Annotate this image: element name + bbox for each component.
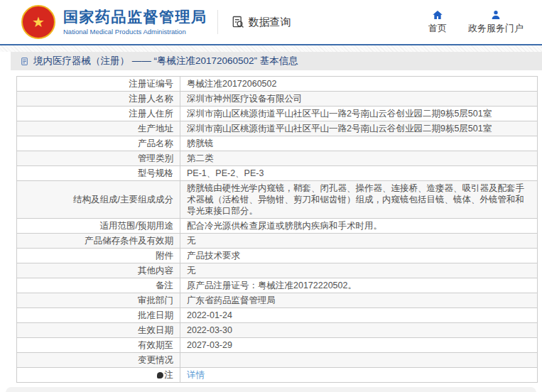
row-label: 型号规格 xyxy=(17,166,180,181)
row-value: 无 xyxy=(180,234,538,249)
table-row: 产品名称 膀胱镜 xyxy=(17,136,538,151)
row-value: 膀胱镜 xyxy=(180,136,538,151)
row-label: 注册证编号 xyxy=(17,77,180,92)
nav-item-home[interactable]: 首页 xyxy=(428,9,447,35)
note-icon xyxy=(157,372,163,379)
table-row: 生效日期 2022-03-30 xyxy=(17,323,538,338)
document-search-icon xyxy=(231,15,245,29)
table-row: 注册证编号 粤械注准20172060502 xyxy=(17,77,538,92)
info-table-body: 注册证编号 粤械注准20172060502 注册人名称 深圳市神州医疗设备有限公… xyxy=(17,77,538,383)
nav-portal-label: 政务服务门户 xyxy=(468,22,524,35)
row-label: 生产地址 xyxy=(17,121,180,136)
table-row: 审批部门 广东省药品监督管理局 xyxy=(17,293,538,308)
nav-item-portal[interactable]: 政务服务门户 xyxy=(468,9,524,35)
row-value: 2022-03-30 xyxy=(180,323,538,338)
row-value xyxy=(180,353,538,368)
table-row: 结构及组成/主要组成成分 膀胱镜由硬性光学内窥镜，鞘套、闭孔器、操作器、连接桥、… xyxy=(17,181,538,219)
row-label: 注册人住所 xyxy=(17,107,180,121)
nav-home-label: 首页 xyxy=(428,22,447,35)
header: ★ 国家药品监督管理局 National Medical Products Ad… xyxy=(0,0,542,44)
table-row: 备注 原产品注册证号：粤械注准20172220502。 xyxy=(17,278,538,293)
table-row: 有效期至 2027-03-29 xyxy=(17,338,538,353)
table-row: 批准日期 2022-01-24 xyxy=(17,308,538,323)
row-value: 膀胱镜由硬性光学内窥镜，鞘套、闭孔器、操作器、连接桥、造瘘器、吸引器及配套手术器… xyxy=(180,181,538,219)
table-row: 生产地址 深圳市南山区桃源街道平山社区平山一路2号南山云谷创业园二期9栋5层50… xyxy=(17,121,538,136)
table-row: 变更情况 xyxy=(17,353,538,368)
breadcrumb: 境内医疗器械（注册） —— “粤械注准20172060502” 基本信息 xyxy=(11,52,542,70)
table-row: 附件 产品技术要求 xyxy=(17,249,538,263)
row-label: 备注 xyxy=(17,278,180,293)
row-value: 原产品注册证号：粤械注准20172220502。 xyxy=(180,278,538,293)
national-emblem-icon: ★ xyxy=(21,5,55,39)
row-label: 其他内容 xyxy=(17,263,180,278)
row-label: 审批部门 xyxy=(17,293,180,308)
table-row: 注册人住所 深圳市南山区桃源街道平山社区平山一路2号南山云谷创业园二期9栋5层5… xyxy=(17,107,538,121)
row-label: 变更情况 xyxy=(17,353,180,368)
document-icon xyxy=(20,57,29,66)
row-label: 适用范围/预期用途 xyxy=(17,219,180,234)
row-label: 生效日期 xyxy=(17,323,180,338)
row-label: 附件 xyxy=(17,249,180,263)
row-value: 2022-01-24 xyxy=(180,308,538,323)
header-nav: 首页 政务服务门户 xyxy=(428,9,542,35)
table-row: 注 详情 xyxy=(17,368,538,383)
home-icon xyxy=(432,9,443,21)
table-row: 适用范围/预期用途 配合冷光源供检查尿道或膀胱内疾病和手术时用。 xyxy=(17,219,538,234)
user-icon xyxy=(490,9,502,21)
row-label: 管理类别 xyxy=(17,151,180,166)
row-value: 产品技术要求 xyxy=(180,249,538,263)
row-label: 有效期至 xyxy=(17,338,180,353)
row-value: 详情 xyxy=(180,368,538,383)
page-title: 境内医疗器械（注册） —— “粤械注准20172060502” 基本信息 xyxy=(33,55,298,67)
row-label: 产品储存条件及有效期 xyxy=(17,234,180,249)
detail-link[interactable]: 详情 xyxy=(187,370,205,380)
row-value: 第二类 xyxy=(180,151,538,166)
row-value: 粤械注准20172060502 xyxy=(180,77,538,92)
footer-strip xyxy=(6,387,536,392)
table-row: 注册人名称 深圳市神州医疗设备有限公司 xyxy=(17,92,538,107)
brand-title: 国家药品监督管理局 xyxy=(63,9,207,25)
table-row: 管理类别 第二类 xyxy=(17,151,538,166)
row-value: 深圳市神州医疗设备有限公司 xyxy=(180,92,538,107)
row-value: 深圳市南山区桃源街道平山社区平山一路2号南山云谷创业园二期9栋5层501室 xyxy=(180,121,538,136)
row-value: PE-1、PE-2、PE-3 xyxy=(180,166,538,181)
table-row: 其他内容 无 xyxy=(17,263,538,278)
data-query-button[interactable]: 数据查询 xyxy=(231,15,291,29)
row-value: 配合冷光源供检查尿道或膀胱内疾病和手术时用。 xyxy=(180,219,538,234)
row-label: 结构及组成/主要组成成分 xyxy=(17,181,180,219)
row-value: 广东省药品监督管理局 xyxy=(180,293,538,308)
registration-info: 注册证编号 粤械注准20172060502 注册人名称 深圳市神州医疗设备有限公… xyxy=(16,76,538,383)
table-row: 产品储存条件及有效期 无 xyxy=(17,234,538,249)
row-label: 批准日期 xyxy=(17,308,180,323)
row-value: 深圳市南山区桃源街道平山社区平山一路2号南山云谷创业园二期9栋5层501室 xyxy=(180,107,538,121)
hatch-strip xyxy=(0,45,542,52)
table-row: 型号规格 PE-1、PE-2、PE-3 xyxy=(17,166,538,181)
brand-subtitle: National Medical Products Administration xyxy=(63,28,207,36)
header-divider xyxy=(217,10,218,34)
brand: 国家药品监督管理局 National Medical Products Admi… xyxy=(63,9,207,35)
info-table: 注册证编号 粤械注准20172060502 注册人名称 深圳市神州医疗设备有限公… xyxy=(16,76,538,383)
row-label: 注册人名称 xyxy=(17,92,180,107)
row-value: 2027-03-29 xyxy=(180,338,538,353)
row-value: 无 xyxy=(180,263,538,278)
row-label: 注 xyxy=(17,368,180,383)
row-label: 产品名称 xyxy=(17,136,180,151)
data-query-label: 数据查询 xyxy=(249,16,291,29)
